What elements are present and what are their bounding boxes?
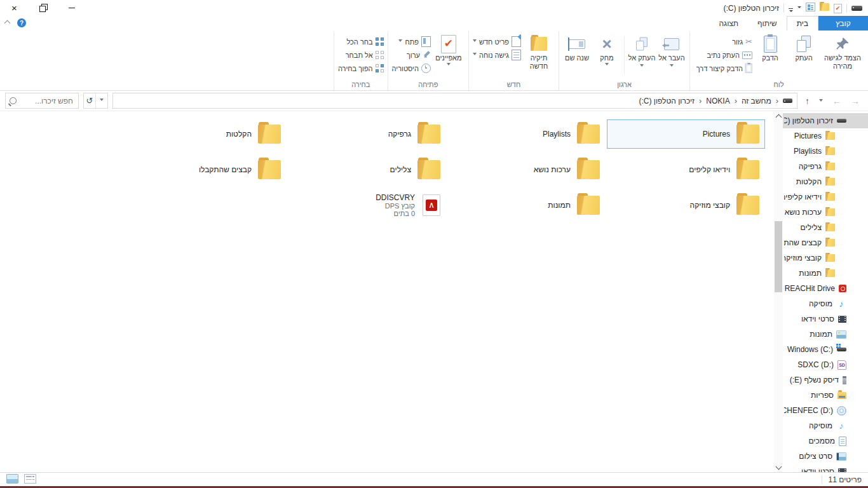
tab-file[interactable]: קובץ: [818, 16, 868, 30]
tree-item[interactable]: SDXC (D:): [783, 357, 868, 372]
file-tile[interactable]: תמונות: [447, 191, 606, 220]
close-button[interactable]: ×: [0, 0, 29, 16]
item-icon: [736, 160, 759, 179]
paste-icon: [764, 36, 777, 53]
easy-access-button[interactable]: גישה נוחה: [473, 50, 521, 60]
tree-item-icon: [825, 193, 835, 201]
select-none-button[interactable]: אל תבחר: [338, 50, 384, 60]
file-tile[interactable]: DDISCVRY קובץ DPS 0 בתים: [288, 191, 446, 220]
breadcrumb-this-pc[interactable]: מחשב זה: [742, 97, 771, 105]
invert-selection-button[interactable]: הפוך בחירה: [338, 63, 384, 74]
nav-back-button[interactable]: →: [851, 96, 860, 106]
scrollbar-track[interactable]: [774, 121, 783, 463]
breadcrumb-device[interactable]: NOKIA: [706, 97, 729, 105]
file-tile[interactable]: גרפיקה: [288, 119, 446, 149]
qat-new-folder-button[interactable]: [820, 3, 829, 13]
tree-item[interactable]: מסמכים: [783, 433, 868, 449]
new-item-button[interactable]: פריט חדש: [473, 36, 521, 47]
rename-button[interactable]: שנה שם: [563, 32, 591, 80]
tree-item[interactable]: Windows (C:): [783, 342, 868, 357]
pin-quick-access-button[interactable]: הצמד לגישה מהירה: [822, 32, 864, 80]
tree-item[interactable]: צלילים: [783, 220, 868, 235]
tree-item-label: תמונות: [799, 269, 822, 278]
tree-item[interactable]: REACHit Drive: [783, 281, 868, 296]
paste-button[interactable]: הדבק: [754, 32, 786, 80]
cut-button[interactable]: ✂ גזור: [694, 36, 752, 47]
refresh-button[interactable]: ↺: [84, 93, 96, 108]
nav-forward-button[interactable]: ←: [832, 96, 841, 106]
tree-item[interactable]: זיכרון הטלפון (C:): [783, 113, 868, 128]
history-icon: [421, 64, 431, 73]
refresh-control: ↺: [83, 93, 108, 109]
scroll-down-button[interactable]: [774, 463, 783, 472]
tree-item[interactable]: קבצים שהתקבלו: [783, 235, 868, 250]
chevron-down-icon[interactable]: [797, 6, 801, 10]
tree-item[interactable]: ערכות נושא: [783, 205, 868, 220]
navigation-bar: → ← ↑ ‹ מחשב זה ‹ NOKIA ‹ זיכרון הטלפון …: [0, 91, 868, 111]
chevron-down-icon: [819, 99, 823, 104]
tree-item[interactable]: וידיאו קליפים: [783, 189, 868, 205]
file-tile[interactable]: קבצים שהתקבלו: [128, 155, 287, 184]
copy-button[interactable]: העתק: [788, 32, 820, 80]
minimize-button[interactable]: [57, 0, 86, 16]
paste-shortcut-button[interactable]: הדבק קיצור דרך: [694, 63, 752, 74]
breadcrumb-drive[interactable]: זיכרון הטלפון (C:): [639, 97, 695, 105]
file-tile[interactable]: ערכות נושא: [447, 155, 606, 184]
address-dropdown-button[interactable]: [96, 93, 107, 108]
address-bar[interactable]: ‹ מחשב זה ‹ NOKIA ‹ זיכרון הטלפון (C:): [112, 93, 797, 109]
file-tile[interactable]: צלילים: [288, 155, 446, 184]
file-tile[interactable]: וידיאו קליפים: [607, 155, 765, 184]
help-button[interactable]: ?: [17, 18, 26, 27]
search-input[interactable]: [19, 96, 74, 106]
qat-view-button[interactable]: [806, 3, 815, 13]
file-tile[interactable]: Playlists: [447, 119, 606, 149]
copy-to-button[interactable]: העתק אל: [628, 32, 656, 80]
tree-item[interactable]: מוסיקה: [783, 296, 868, 311]
open-button[interactable]: פתח: [392, 36, 431, 47]
tree-item[interactable]: קובצי מוזיקה: [783, 250, 868, 266]
file-tile[interactable]: קובצי מוזיקה: [607, 191, 765, 220]
edit-button[interactable]: ערוך: [392, 50, 431, 60]
up-button[interactable]: ↑: [805, 96, 810, 106]
properties-button[interactable]: ✔ מאפיינים: [433, 32, 465, 80]
new-folder-button[interactable]: תיקיה חדשה: [523, 32, 555, 80]
qat-customize-button[interactable]: [789, 2, 793, 14]
chevron-down-icon: [473, 53, 477, 57]
item-labels: הקלטות: [226, 130, 252, 139]
history-button[interactable]: היסטוריה: [392, 63, 431, 74]
item-type: קובץ DPS: [376, 202, 415, 210]
details-view-button[interactable]: [24, 474, 36, 485]
tree-item[interactable]: CHENFEC (D:): [783, 403, 868, 418]
tree-item[interactable]: ספריות: [783, 388, 868, 403]
tree-item[interactable]: Playlists: [783, 144, 868, 159]
copy-path-button[interactable]: העתק נתיב: [694, 50, 752, 60]
thumbnails-view-button[interactable]: [6, 474, 18, 485]
move-to-button[interactable]: העבר אל: [658, 32, 686, 80]
tree-item[interactable]: תמונות: [783, 266, 868, 281]
scrollbar-thumb[interactable]: [775, 221, 782, 292]
tree-item[interactable]: דיסק נשלף (E:): [783, 372, 868, 388]
delete-button[interactable]: × מחק: [593, 32, 621, 80]
tree-item[interactable]: הקלטות: [783, 174, 868, 189]
recent-locations-button[interactable]: [819, 96, 823, 106]
qat-properties-button[interactable]: ✔: [834, 3, 842, 13]
select-all-button[interactable]: בחר הכל: [338, 36, 384, 47]
restore-button[interactable]: [29, 0, 57, 16]
file-tile[interactable]: Pictures: [607, 119, 765, 149]
tree-item[interactable]: סרטי וידאו: [783, 464, 868, 472]
tree-item[interactable]: סרטי וידאו: [783, 311, 868, 327]
tree-item[interactable]: תמונות: [783, 327, 868, 342]
tree-item[interactable]: Pictures: [783, 128, 868, 144]
tab-view[interactable]: תצוגה: [709, 16, 748, 30]
tree-item-label: וידיאו קליפים: [784, 193, 822, 201]
tree-item[interactable]: סרט צילום: [783, 449, 868, 464]
file-tile[interactable]: הקלטות: [128, 119, 287, 149]
tab-home[interactable]: בית: [787, 16, 818, 30]
tree-item-label: הקלטות: [796, 177, 822, 186]
tree-item[interactable]: גרפיקה: [783, 159, 868, 174]
collapse-ribbon-button[interactable]: [5, 18, 10, 27]
sidebar-scrollbar[interactable]: [774, 111, 783, 472]
tree-item[interactable]: מוסיקה: [783, 418, 868, 433]
scroll-up-button[interactable]: [774, 111, 783, 121]
tab-share[interactable]: שיתוף: [748, 16, 787, 30]
